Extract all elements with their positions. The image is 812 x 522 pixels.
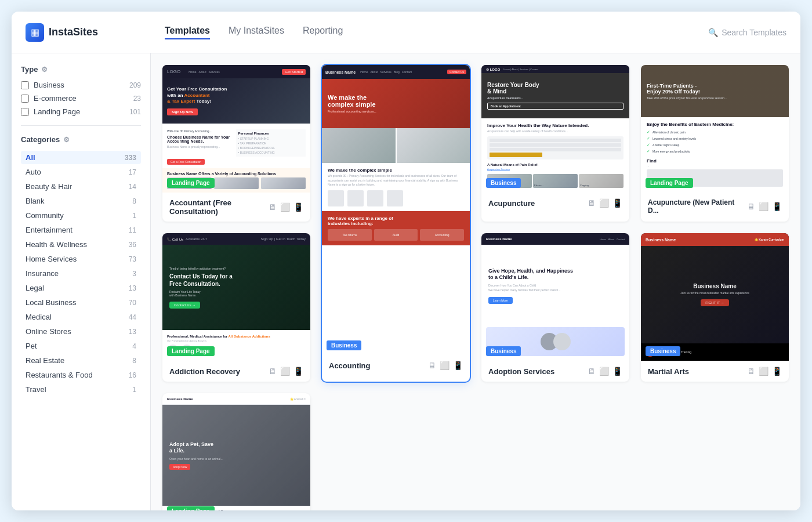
template-footer-acupuncture: Acupuncture 🖥 ⬜ 📱 (481, 193, 629, 213)
type-section-title: Type ⚙ (21, 65, 141, 74)
mobile-icon-martial[interactable]: 📱 (772, 367, 782, 376)
tab-reporting[interactable]: Reporting (303, 26, 343, 39)
template-footer-accounting: Accounting 🖥 ⬜ 📱 (322, 355, 470, 376)
desktop-icon[interactable]: 🖥 (269, 202, 277, 212)
category-label-insurance: Insurance (26, 269, 59, 278)
template-card-acupuncture[interactable]: ⊙ LOGO Home | About | Services | Contact… (481, 65, 629, 222)
sidebar-divider (21, 125, 141, 126)
template-card-martial-arts[interactable]: Business Name 🌟 Karate Curriculum Busine… (641, 233, 789, 382)
desktop-icon-acu[interactable]: 🖥 (588, 198, 596, 208)
category-label-local: Local Business (26, 298, 76, 307)
category-item-legal[interactable]: Legal 13 (21, 281, 141, 295)
template-preview-addiction: 📞 Call Us Available 24/7 Sign Up | Get i… (162, 233, 310, 361)
category-count-local: 70 (129, 299, 136, 307)
tablet-icon-acunew[interactable]: ⬜ (759, 202, 768, 211)
category-count-medical: 44 (129, 313, 136, 321)
tablet-icon-adoption[interactable]: ⬜ (599, 367, 609, 376)
template-card-accountant[interactable]: LOGO HomeAboutServices Get Started Get Y… (162, 65, 310, 222)
category-item-auto[interactable]: Auto 17 (21, 165, 141, 179)
desktop-icon-accounting[interactable]: 🖥 (428, 361, 436, 370)
tablet-icon-accounting[interactable]: ⬜ (440, 361, 449, 370)
template-footer-adoption: Adoption Services 🖥 ⬜ 📱 (481, 361, 629, 382)
category-label-travel: Travel (26, 385, 46, 394)
category-item-travel[interactable]: Travel 1 (21, 383, 141, 396)
mobile-icon-adoption[interactable]: 📱 (612, 367, 622, 376)
category-label-online-stores: Online Stores (26, 327, 71, 336)
tablet-icon-martial[interactable]: ⬜ (759, 367, 768, 376)
category-item-real-estate[interactable]: Real Estate 8 (21, 354, 141, 367)
categories-section-title: Categories ⚙ (21, 135, 141, 144)
mobile-icon-addiction[interactable]: 📱 (293, 367, 303, 376)
tablet-icon-addiction[interactable]: ⬜ (280, 367, 290, 376)
template-preview-accountant: LOGO HomeAboutServices Get Started Get Y… (162, 65, 310, 193)
category-item-home[interactable]: Home Services 73 (21, 252, 141, 266)
template-preview-adoption: Business Name HomeAboutContact Give Hope… (481, 233, 629, 361)
category-label-blank: Blank (26, 197, 45, 205)
category-label-entertainment: Entertainment (26, 226, 72, 234)
template-preview-acupuncture: ⊙ LOGO Home | About | Services | Contact… (481, 65, 629, 193)
badge-landing-animal: Landing Page (167, 506, 215, 510)
tab-templates[interactable]: Templates (165, 26, 210, 39)
tablet-icon[interactable]: ⬜ (280, 202, 290, 212)
desktop-icon-adoption[interactable]: 🖥 (588, 367, 596, 376)
nav-tabs: Templates My InstaSites Reporting (165, 26, 708, 39)
template-card-addiction[interactable]: 📞 Call Us Available 24/7 Sign Up | Get i… (162, 233, 310, 382)
template-devices-acupuncture-new: 🖥 ⬜ 📱 (747, 202, 782, 211)
category-count-travel: 1 (132, 386, 136, 394)
template-card-accounting[interactable]: Business Name HomeAboutServicesBlogConta… (322, 65, 470, 382)
type-label-landing: Landing Page (34, 107, 80, 116)
type-checkbox-business[interactable] (21, 81, 29, 89)
sidebar: Type ⚙ Business 209 E-commerce 23 Landin… (12, 53, 151, 510)
category-item-pet[interactable]: Pet 4 (21, 339, 141, 353)
template-name-addiction: Addiction Recovery (169, 367, 240, 376)
mobile-icon[interactable]: 📱 (293, 202, 303, 212)
desktop-icon-addiction[interactable]: 🖥 (269, 367, 277, 376)
type-checkbox-landing[interactable] (21, 108, 29, 116)
category-count-home: 73 (129, 255, 136, 263)
category-item-entertainment[interactable]: Entertainment 11 (21, 223, 141, 237)
type-item-ecommerce: E-commerce 23 (21, 94, 141, 103)
category-count-all: 333 (125, 154, 136, 162)
badge-business-acu: Business (486, 178, 521, 188)
template-card-acupuncture-new[interactable]: First-Time Patients -Enjoy 20% Off Today… (641, 65, 789, 222)
template-card-animal-care[interactable]: Business Name ⭐ Animal C Adopt a Pet, Sa… (162, 393, 310, 510)
category-item-restaurants[interactable]: Restaurants & Food 16 (21, 368, 141, 382)
desktop-icon-acunew[interactable]: 🖥 (747, 202, 755, 211)
tab-my-instasites[interactable]: My InstaSites (229, 26, 284, 39)
category-count-restaurants: 16 (129, 371, 136, 379)
category-item-health[interactable]: Health & Wellness 36 (21, 238, 141, 251)
category-label-real-estate: Real Estate (26, 356, 64, 365)
category-item-all[interactable]: All 333 (21, 151, 141, 164)
type-count-ecommerce: 23 (133, 95, 141, 103)
filter-icon: ⚙ (41, 66, 48, 74)
category-count-beauty: 14 (129, 183, 136, 191)
category-item-online-stores[interactable]: Online Stores 13 (21, 325, 141, 338)
category-item-community[interactable]: Community 1 (21, 209, 141, 222)
category-label-restaurants: Restaurants & Food (26, 371, 93, 379)
category-item-insurance[interactable]: Insurance 3 (21, 267, 141, 280)
category-item-beauty[interactable]: Beauty & Hair 14 (21, 180, 141, 193)
category-label-legal: Legal (26, 284, 44, 292)
search-area[interactable]: 🔍 Search Templates (708, 28, 786, 37)
template-devices-acupuncture: 🖥 ⬜ 📱 (588, 198, 622, 208)
tablet-icon-acu[interactable]: ⬜ (599, 198, 609, 208)
category-item-local[interactable]: Local Business 70 (21, 296, 141, 309)
template-name-acupuncture-new: Acupuncture (New Patient D... (648, 198, 747, 215)
category-label-community: Community (26, 211, 64, 220)
desktop-icon-martial[interactable]: 🖥 (747, 367, 755, 376)
category-label-pet: Pet (26, 342, 37, 350)
mobile-icon-acunew[interactable]: 📱 (772, 202, 782, 211)
logo-icon: ▦ (26, 23, 44, 42)
mobile-icon-accounting[interactable]: 📱 (453, 361, 463, 370)
template-name-martial-arts: Martial Arts (648, 367, 689, 376)
category-item-medical[interactable]: Medical 44 (21, 310, 141, 324)
category-count-auto: 17 (129, 168, 136, 176)
category-label-all: All (26, 153, 35, 162)
template-name-acupuncture: Acupuncture (488, 199, 535, 208)
template-preview-animal-care: Business Name ⭐ Animal C Adopt a Pet, Sa… (162, 393, 310, 510)
category-item-blank[interactable]: Blank 8 (21, 194, 141, 208)
mobile-icon-acu[interactable]: 📱 (612, 198, 622, 208)
type-checkbox-ecommerce[interactable] (21, 95, 29, 103)
template-card-adoption[interactable]: Business Name HomeAboutContact Give Hope… (481, 233, 629, 382)
category-label-beauty: Beauty & Hair (26, 182, 72, 191)
